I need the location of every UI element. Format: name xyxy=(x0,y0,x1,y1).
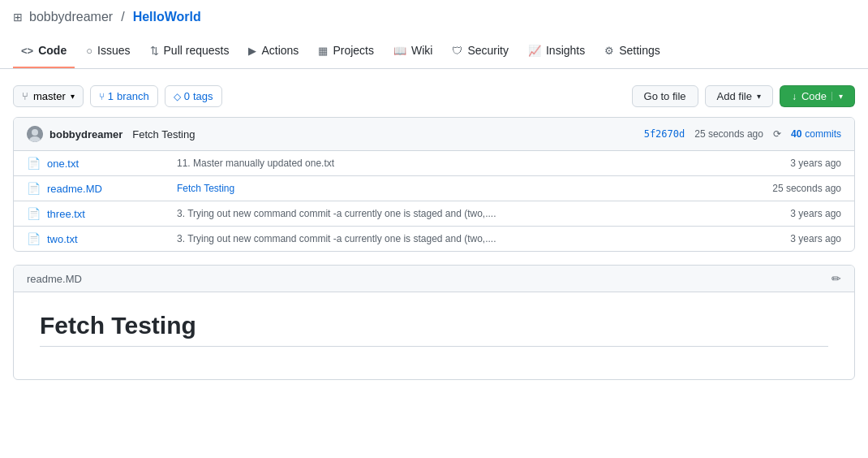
readme-header: readme.MD ✏ xyxy=(14,266,854,292)
branch-caret-icon: ▾ xyxy=(71,92,75,101)
branch-link-icon: ⑂ xyxy=(99,91,105,102)
file-time: 3 years ago xyxy=(744,208,841,219)
file-name-link[interactable]: readme.MD xyxy=(47,183,177,195)
repo-name-link[interactable]: HelloWorld xyxy=(133,10,201,24)
main-content: ⑂ master ▾ ⑂ 1 branch ◇ 0 tags Go to fil… xyxy=(0,69,868,396)
file-row: 📄 two.txt 3. Trying out new command comm… xyxy=(14,227,854,251)
nav-item-projects[interactable]: ▦ Projects xyxy=(310,34,382,68)
nav-label-wiki: Wiki xyxy=(411,44,432,57)
repo-owner-link[interactable]: bobbydreamer xyxy=(29,10,113,24)
security-icon: 🛡 xyxy=(452,45,462,57)
nav-item-pull-requests[interactable]: ⇅ Pull requests xyxy=(142,34,238,68)
code-icon: <> xyxy=(21,45,33,57)
nav-label-projects: Projects xyxy=(333,44,374,57)
commit-header: bobbydreamer Fetch Testing 5f2670d 25 se… xyxy=(14,118,854,151)
add-file-caret-icon: ▾ xyxy=(757,92,761,101)
commit-right: 5f2670d 25 seconds ago ⟳ 40 commits xyxy=(644,128,841,140)
commit-message-link[interactable]: Fetch Testing xyxy=(177,183,234,194)
tags-count-link[interactable]: ◇ 0 tags xyxy=(165,85,222,107)
nav-item-security[interactable]: 🛡 Security xyxy=(444,34,517,68)
file-row: 📄 one.txt 11. Master manually updated on… xyxy=(14,151,854,176)
code-caret-icon: ▾ xyxy=(831,92,843,101)
nav-bar: <> Code ○ Issues ⇅ Pull requests ▶ Actio… xyxy=(0,34,868,69)
branch-count: 1 xyxy=(108,90,114,102)
file-icon: 📄 xyxy=(27,207,41,220)
file-icon: 📄 xyxy=(27,232,41,245)
history-icon: ⟳ xyxy=(773,128,781,140)
nav-label-code: Code xyxy=(38,44,67,57)
nav-item-issues[interactable]: ○ Issues xyxy=(78,34,138,68)
branch-right: Go to file Add file ▾ ↓ Code ▾ xyxy=(632,85,855,107)
commits-text: commits xyxy=(805,128,841,140)
edit-icon[interactable]: ✏ xyxy=(831,272,841,285)
commit-hash[interactable]: 5f2670d xyxy=(644,128,685,140)
commit-author: bobbydreamer Fetch Testing xyxy=(27,126,195,142)
commit-message: Fetch Testing xyxy=(132,128,195,140)
insights-icon: 📈 xyxy=(528,45,541,57)
nav-label-actions: Actions xyxy=(261,44,299,57)
branch-selector-name: master xyxy=(33,90,66,102)
file-time: 3 years ago xyxy=(744,158,841,169)
tags-link-icon: ◇ xyxy=(174,91,181,102)
commits-count-link[interactable]: 40 commits xyxy=(791,128,841,140)
file-commit-message: 3. Trying out new command commit -a curr… xyxy=(177,208,744,219)
actions-icon: ▶ xyxy=(248,45,256,57)
readme-filename: readme.MD xyxy=(27,273,82,285)
tags-count: 0 xyxy=(184,90,190,102)
commit-time: 25 seconds ago xyxy=(694,128,763,140)
nav-label-insights: Insights xyxy=(546,44,585,57)
nav-label-settings: Settings xyxy=(619,44,660,57)
add-file-button[interactable]: Add file ▾ xyxy=(705,85,773,107)
branch-label: branch xyxy=(117,90,149,102)
pull-requests-icon: ⇅ xyxy=(150,45,159,57)
file-name-link[interactable]: two.txt xyxy=(47,233,177,245)
wiki-icon: 📖 xyxy=(393,45,406,57)
branch-selector-icon: ⑂ xyxy=(22,90,28,102)
branch-left: ⑂ master ▾ ⑂ 1 branch ◇ 0 tags xyxy=(13,85,222,107)
readme-content: Fetch Testing xyxy=(14,292,854,379)
branch-bar: ⑂ master ▾ ⑂ 1 branch ◇ 0 tags Go to fil… xyxy=(13,85,855,107)
code-download-icon: ↓ xyxy=(792,91,797,102)
branch-selector[interactable]: ⑂ master ▾ xyxy=(13,85,84,107)
issues-icon: ○ xyxy=(86,45,92,57)
file-row: 📄 three.txt 3. Trying out new command co… xyxy=(14,201,854,227)
file-icon: 📄 xyxy=(27,157,41,170)
branch-count-link[interactable]: ⑂ 1 branch xyxy=(90,85,158,107)
nav-label-security: Security xyxy=(467,44,509,57)
code-label: Code xyxy=(801,90,827,102)
nav-item-insights[interactable]: 📈 Insights xyxy=(520,34,593,68)
file-commit-message: 3. Trying out new command commit -a curr… xyxy=(177,233,744,244)
nav-item-wiki[interactable]: 📖 Wiki xyxy=(385,34,440,68)
file-row: 📄 readme.MD Fetch Testing 25 seconds ago xyxy=(14,176,854,201)
commits-number: 40 xyxy=(791,128,801,140)
commit-author-name[interactable]: bobbydreamer xyxy=(49,128,122,140)
projects-icon: ▦ xyxy=(318,45,328,57)
settings-icon: ⚙ xyxy=(604,45,614,57)
file-time: 25 seconds ago xyxy=(744,183,841,194)
file-time: 3 years ago xyxy=(744,233,841,244)
file-commit-message: Fetch Testing xyxy=(177,183,744,194)
nav-item-code[interactable]: <> Code xyxy=(13,34,75,68)
readme-heading: Fetch Testing xyxy=(40,312,828,347)
file-name-link[interactable]: one.txt xyxy=(47,158,177,170)
top-bar: ⊞ bobbydreamer / HelloWorld xyxy=(0,0,868,34)
file-icon: 📄 xyxy=(27,182,41,195)
tags-label: tags xyxy=(193,90,213,102)
repo-icon: ⊞ xyxy=(13,11,23,24)
repo-separator: / xyxy=(121,10,124,24)
nav-item-settings[interactable]: ⚙ Settings xyxy=(596,34,668,68)
svg-point-1 xyxy=(32,129,38,136)
file-name-link[interactable]: three.txt xyxy=(47,208,177,220)
author-avatar xyxy=(27,126,43,142)
readme-box: readme.MD ✏ Fetch Testing xyxy=(13,265,855,380)
file-table: bobbydreamer Fetch Testing 5f2670d 25 se… xyxy=(13,117,855,252)
code-button[interactable]: ↓ Code ▾ xyxy=(780,85,855,107)
file-commit-message: 11. Master manually updated one.txt xyxy=(177,158,744,169)
nav-label-pull-requests: Pull requests xyxy=(164,44,230,57)
add-file-label: Add file xyxy=(717,90,752,102)
go-to-file-button[interactable]: Go to file xyxy=(632,85,698,107)
nav-item-actions[interactable]: ▶ Actions xyxy=(240,34,307,68)
nav-label-issues: Issues xyxy=(97,44,130,57)
